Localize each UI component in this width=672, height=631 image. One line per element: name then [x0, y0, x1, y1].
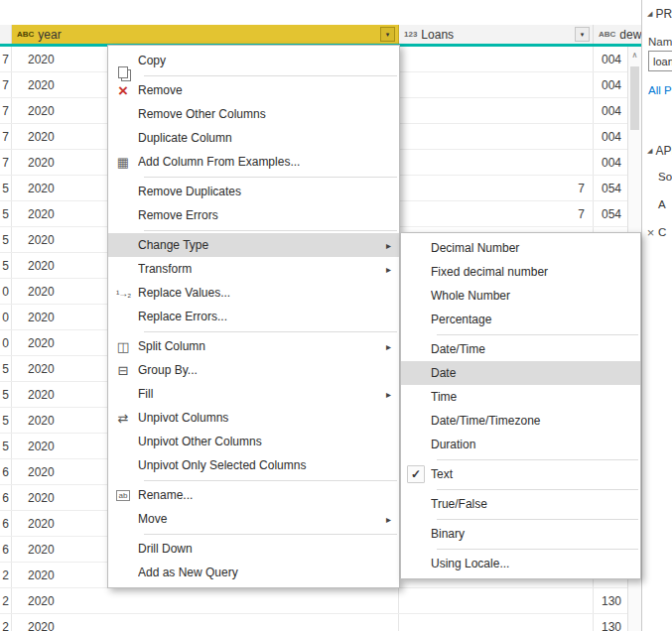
submenu-item-date[interactable]: Date	[401, 361, 640, 385]
applied-step[interactable]: So	[644, 163, 672, 190]
submenu-arrow-icon: ▸	[386, 264, 391, 275]
cell-row-stub[interactable]: 0	[0, 330, 12, 355]
cell-row-stub[interactable]: 7	[0, 72, 12, 97]
cell-row-stub[interactable]: 5	[0, 227, 12, 252]
cell-loans[interactable]	[399, 47, 594, 71]
cell-row-stub[interactable]: 7	[0, 98, 12, 123]
collapse-icon: ◢	[647, 147, 652, 154]
applied-step[interactable]: A	[644, 190, 672, 218]
menu-item-transform[interactable]: Transform▸	[108, 257, 399, 281]
scrollbar-thumb[interactable]	[630, 66, 639, 130]
submenu-item-decimal-number[interactable]: Decimal Number	[401, 236, 640, 260]
applied-step[interactable]: ×C	[644, 218, 672, 246]
menu-item-fill[interactable]: Fill▸	[108, 382, 399, 406]
menu-separator	[144, 177, 397, 178]
applied-steps-section-header[interactable]: ◢APPL	[647, 144, 672, 158]
menu-item-drill-down[interactable]: Drill Down	[108, 537, 399, 561]
cell-row-stub[interactable]: 5	[0, 176, 12, 200]
menu-item-remove-duplicates[interactable]: Remove Duplicates	[108, 180, 399, 203]
cell-row-stub[interactable]: 6	[0, 511, 12, 536]
submenu-item-using-locale[interactable]: Using Locale...	[401, 552, 640, 575]
cell-row-stub[interactable]: 2	[0, 614, 12, 631]
filter-dropdown-year[interactable]: ▾	[380, 27, 395, 42]
menu-item-split-column[interactable]: Split Column▸	[108, 334, 399, 358]
menu-item-unpivot-columns[interactable]: Unpivot Columns	[108, 406, 399, 430]
submenu-item-binary[interactable]: Binary	[401, 522, 640, 546]
menu-item-duplicate-column[interactable]: Duplicate Column	[108, 126, 399, 150]
query-settings-panel: ◢PRO Nam All P ◢APPL SoA×C	[641, 0, 672, 631]
menu-item-move[interactable]: Move▸	[108, 507, 399, 531]
table-row: 22020130	[0, 588, 672, 614]
cell-row-stub[interactable]: 6	[0, 485, 12, 510]
cell-row-stub[interactable]: 7	[0, 124, 12, 149]
change-type-submenu: Decimal NumberFixed decimal numberWhole …	[400, 232, 641, 579]
cell-loans[interactable]	[399, 150, 594, 175]
delete-step-icon[interactable]: ×	[644, 225, 657, 240]
cell-row-stub[interactable]: 2	[0, 563, 12, 587]
menu-item-rename[interactable]: Rename...	[108, 483, 399, 507]
cell-row-stub[interactable]: 5	[0, 382, 12, 407]
menu-item-copy[interactable]: Copy	[108, 49, 399, 72]
cell-loans[interactable]: 7	[399, 176, 594, 200]
filter-dropdown-loans[interactable]: ▾	[575, 27, 590, 42]
cell-year[interactable]: 2020	[12, 588, 399, 613]
menu-item-label: Duration	[431, 438, 640, 451]
all-properties-link[interactable]: All P	[648, 84, 672, 96]
menu-item-label: Date/Time	[431, 342, 640, 356]
cell-row-stub[interactable]: 7	[0, 47, 12, 71]
cell-loans[interactable]	[399, 588, 594, 613]
cell-row-stub[interactable]: 7	[0, 150, 12, 175]
menu-item-replace-errors[interactable]: Replace Errors...	[108, 305, 399, 328]
submenu-item-date-time[interactable]: Date/Time	[401, 337, 640, 361]
submenu-item-duration[interactable]: Duration	[401, 433, 640, 456]
cell-row-stub[interactable]: 5	[0, 408, 12, 433]
cell-row-stub[interactable]: 0	[0, 305, 12, 329]
cell-year[interactable]: 2020	[12, 614, 399, 631]
menu-item-remove[interactable]: Remove	[108, 78, 399, 102]
submenu-item-percentage[interactable]: Percentage	[401, 308, 640, 331]
cell-loans[interactable]	[399, 614, 594, 631]
query-name-input[interactable]	[648, 51, 672, 71]
submenu-item-date-time-timezone[interactable]: Date/Time/Timezone	[401, 409, 640, 433]
menu-separator	[437, 489, 638, 490]
cell-loans[interactable]	[399, 72, 594, 97]
menu-item-unpivot-other-columns[interactable]: Unpivot Other Columns	[108, 430, 399, 453]
menu-item-unpivot-only-selected-columns[interactable]: Unpivot Only Selected Columns	[108, 453, 399, 477]
submenu-item-whole-number[interactable]: Whole Number	[401, 284, 640, 308]
menu-item-add-as-new-query[interactable]: Add as New Query	[108, 561, 399, 584]
column-header-loans[interactable]: 123 Loans ▾	[399, 25, 594, 44]
menu-item-add-column-from-examples[interactable]: Add Column From Examples...	[108, 150, 399, 174]
rename-icon	[108, 490, 138, 501]
menu-item-change-type[interactable]: Change Type▸	[108, 233, 399, 257]
cell-loans[interactable]	[399, 124, 594, 149]
properties-section-header[interactable]: ◢PRO	[647, 7, 672, 21]
cell-row-stub[interactable]: 0	[0, 279, 12, 304]
cell-row-stub[interactable]: 5	[0, 253, 12, 278]
cell-row-stub[interactable]: 5	[0, 201, 12, 226]
cell-loans[interactable]	[399, 98, 594, 123]
menu-item-group-by[interactable]: Group By...	[108, 358, 399, 382]
submenu-item-fixed-decimal-number[interactable]: Fixed decimal number	[401, 260, 640, 284]
dropdown-arrow-icon: ▾	[386, 31, 390, 38]
submenu-item-text[interactable]: ✓Text	[401, 462, 640, 486]
menu-separator	[144, 534, 397, 535]
menu-item-label: Replace Errors...	[138, 310, 399, 323]
cell-row-stub[interactable]: 5	[0, 356, 12, 381]
submenu-item-true-false[interactable]: True/False	[401, 492, 640, 516]
column-header-stub[interactable]	[0, 25, 12, 44]
cell-loans[interactable]: 7	[399, 201, 594, 226]
submenu-item-time[interactable]: Time	[401, 385, 640, 409]
menu-item-replace-values[interactable]: Replace Values...	[108, 281, 399, 305]
menu-item-remove-errors[interactable]: Remove Errors	[108, 203, 399, 227]
submenu-arrow-icon: ▸	[386, 240, 391, 251]
menu-item-remove-other-columns[interactable]: Remove Other Columns	[108, 102, 399, 126]
cell-row-stub[interactable]: 6	[0, 459, 12, 484]
cell-row-stub[interactable]: 5	[0, 434, 12, 458]
cell-row-stub[interactable]: 2	[0, 588, 12, 613]
column-header-label: year	[38, 28, 61, 42]
applied-steps-list: SoA×C	[644, 163, 672, 246]
menu-item-label: Rename...	[138, 488, 399, 502]
cell-row-stub[interactable]: 6	[0, 537, 12, 562]
menu-item-label: Remove Errors	[138, 208, 399, 222]
column-header-year[interactable]: ABC year ▾	[12, 25, 399, 44]
